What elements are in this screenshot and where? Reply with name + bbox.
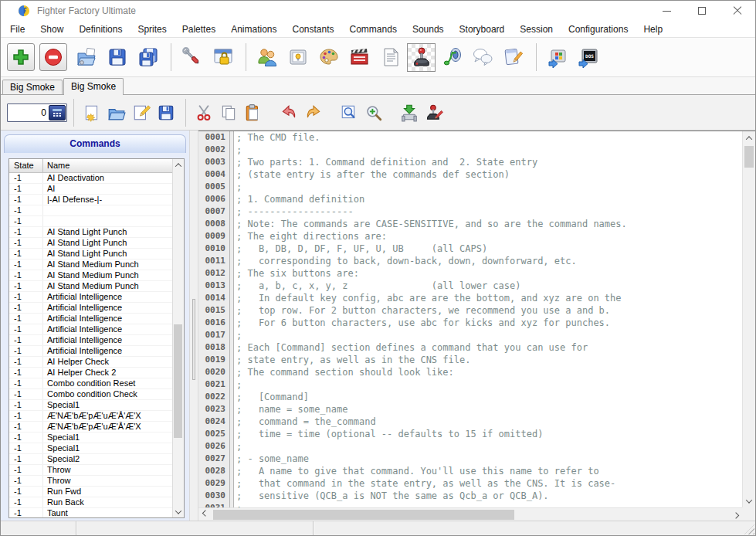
command-row[interactable]: -1Throw [9, 476, 172, 487]
export-windows-button[interactable] [543, 42, 572, 72]
column-header-state[interactable]: State [9, 159, 43, 172]
editor-scroll-up-button[interactable] [743, 131, 755, 144]
save-button[interactable] [103, 42, 132, 72]
command-row[interactable]: -1Throw [9, 465, 172, 476]
code-line[interactable]: 0013; a, b, c, x, y, z (all lower case) [198, 280, 742, 292]
code-line[interactable]: 0030; sensitive (QCB_a is NOT the same a… [198, 490, 742, 502]
close-button[interactable] [39, 43, 67, 71]
code-line[interactable]: 0008; Note: The commands are CASE-SENSIT… [198, 218, 742, 230]
command-row[interactable]: -1AI Stand Light Punch [9, 238, 172, 249]
code-line[interactable]: 0029; that command in the state entry, a… [198, 477, 742, 490]
editor-scroll-right-button[interactable] [729, 508, 742, 521]
command-row[interactable]: -1 [9, 205, 172, 216]
maximize-button[interactable] [684, 1, 720, 21]
copy-button[interactable] [217, 101, 240, 124]
edit-file-button[interactable] [130, 101, 153, 124]
new-command-button[interactable] [80, 101, 103, 124]
open-file-button[interactable] [105, 101, 128, 124]
command-row[interactable]: -1Artificial Intelligence [9, 335, 172, 346]
code-line[interactable]: 0012; The six buttons are: [198, 267, 742, 280]
state-number-input[interactable] [8, 107, 49, 118]
session-button[interactable] [499, 42, 528, 72]
code-line[interactable]: 0003; Two parts: 1. Command definition a… [198, 156, 742, 168]
command-row[interactable]: -1Special1 [9, 400, 172, 411]
command-row[interactable]: -1Special1 [9, 433, 172, 443]
find-button[interactable] [337, 101, 361, 124]
code-line[interactable]: 0005; [198, 181, 742, 193]
definitions-button[interactable] [253, 42, 282, 72]
code-line[interactable]: 0028; A name to give that command. You'l… [198, 465, 742, 477]
command-row[interactable]: -1Æ'NÆ'bÆ'pÆ'uÆ'Å'Æ'X [9, 422, 172, 433]
code-line[interactable]: 0001; The CMD file. [198, 131, 742, 144]
code-line[interactable]: 0019; state entry, as well as in the CNS… [198, 354, 742, 366]
command-row[interactable]: -1Run Back [9, 497, 172, 508]
command-row[interactable]: -1AI [9, 184, 172, 195]
command-row[interactable]: -1AI Stand Light Punch [9, 227, 172, 238]
command-row[interactable]: -1Combo condition Check [9, 389, 172, 400]
export-dos-button[interactable]: DOS [574, 42, 603, 72]
menu-file[interactable]: File [2, 22, 32, 37]
save-file-button[interactable] [154, 101, 178, 124]
code-line[interactable]: 0027; - some_name [198, 453, 742, 465]
code-line[interactable]: 0026; [198, 440, 742, 453]
code-line[interactable]: 0025; time = time (optional -- defaults … [198, 428, 742, 440]
sprites-button[interactable] [283, 42, 313, 72]
code-line[interactable]: 0024; command = the_command [198, 416, 742, 428]
code-line[interactable]: 0031; [198, 502, 742, 507]
open-project-button[interactable] [72, 42, 101, 72]
paste-button[interactable] [242, 101, 265, 124]
close-button[interactable] [720, 1, 755, 21]
command-row[interactable]: -1AI Stand Light Punch [9, 249, 172, 260]
menu-commands[interactable]: Commands [342, 22, 405, 37]
constants-button[interactable] [376, 42, 405, 72]
menu-palettes[interactable]: Palettes [175, 22, 223, 37]
code-line[interactable]: 0004; (state entry is after the commands… [198, 168, 742, 181]
command-row[interactable]: -1Combo condition Reset [9, 378, 172, 389]
menu-sprites[interactable]: Sprites [130, 22, 174, 37]
menu-sounds[interactable]: Sounds [405, 22, 452, 37]
command-row[interactable]: -1Artificial Intelligence [9, 346, 172, 357]
calculator-button[interactable] [49, 105, 66, 120]
editor-scroll-down-button[interactable] [743, 494, 755, 507]
menu-show[interactable]: Show [32, 22, 71, 37]
save-all-button[interactable] [134, 42, 163, 72]
command-row[interactable]: -1Run Fwd [9, 487, 172, 497]
command-row[interactable]: -1Artificial Intelligence [9, 303, 172, 314]
code-line[interactable]: 0010; B, DB, D, DF, F, UF, U, UB (all CA… [198, 243, 742, 255]
editor-hscrollbar-thumb[interactable] [213, 510, 514, 520]
scroll-down-button[interactable] [173, 506, 184, 517]
storyboard-button[interactable] [468, 42, 497, 72]
scroll-up-button[interactable] [173, 159, 184, 171]
menu-configurations[interactable]: Configurations [561, 22, 636, 37]
minimize-button[interactable] [649, 1, 684, 21]
commands-button[interactable] [407, 43, 436, 72]
code-line[interactable]: 0007; ------------------- [198, 205, 742, 218]
code-line[interactable]: 0006; 1. Command definition [198, 193, 742, 205]
command-row[interactable]: -1AI Stand Medium Punch [9, 270, 172, 281]
editor-scroll-left-button[interactable] [198, 508, 212, 521]
command-row[interactable]: -1 [9, 216, 172, 227]
command-row[interactable]: -1|-AI Defense-|- [9, 195, 172, 205]
code-line[interactable]: 0023; name = some_name [198, 403, 742, 416]
palettes-button[interactable] [314, 42, 344, 72]
code-line[interactable]: 0009; The eight directions are: [198, 230, 742, 243]
command-row[interactable]: -1Æ'NÆ'bÆ'pÆ'uÆ'Å'Æ'X [9, 411, 172, 422]
command-row[interactable]: -1Taunt [9, 508, 172, 517]
cut-button[interactable] [192, 101, 215, 124]
command-row[interactable]: -1AI Stand Medium Punch [9, 260, 172, 270]
tab-big-smoke-1[interactable]: Big Smoke [2, 80, 63, 94]
menu-help[interactable]: Help [636, 22, 670, 37]
code-line[interactable]: 0022; [Command] [198, 391, 742, 403]
code-line[interactable]: 0002; [198, 144, 742, 156]
zoom-button[interactable] [362, 101, 385, 124]
quick-edit-button[interactable] [422, 101, 446, 124]
security-button[interactable] [208, 42, 238, 72]
animations-button[interactable] [345, 42, 375, 72]
command-row[interactable]: -1AI Helper Check [9, 357, 172, 368]
command-row[interactable]: -1Artificial Intelligence [9, 292, 172, 303]
commands-scrollbar-thumb[interactable] [174, 324, 182, 438]
redo-button[interactable] [302, 101, 325, 124]
command-row[interactable]: -1Special1 [9, 443, 172, 454]
menu-storyboard[interactable]: Storyboard [452, 22, 513, 37]
menu-definitions[interactable]: Definitions [71, 22, 130, 37]
